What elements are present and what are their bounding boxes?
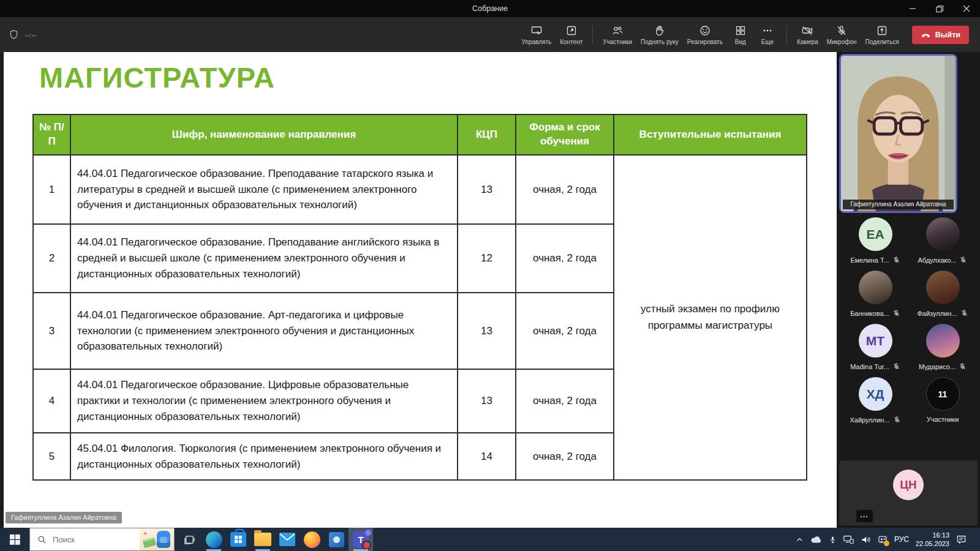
hangup-phone-icon (921, 29, 931, 40)
participant-name: Файзуллин... (917, 310, 957, 317)
taskbar-app-mail[interactable] (275, 528, 300, 551)
windows-taskbar: ✦ T РУС 16 (0, 528, 980, 551)
search-icon (37, 535, 47, 544)
input-indicator-icon[interactable] (878, 535, 888, 544)
restore-button[interactable] (926, 0, 953, 17)
backpack-icon (157, 531, 170, 548)
col-header-kcp: КЦП (458, 114, 516, 155)
tray-time: 16:13 (916, 531, 949, 539)
tray-mic-icon[interactable] (829, 535, 837, 544)
minimize-button[interactable] (899, 0, 926, 17)
taskbar-search[interactable]: ✦ (29, 528, 175, 551)
mic-muted-icon (892, 362, 900, 370)
search-doodle-illustration: ✦ (140, 528, 174, 550)
taskbar-app-explorer[interactable] (251, 528, 275, 551)
shield-icon (9, 29, 19, 40)
taskbar-app-store[interactable] (226, 528, 251, 551)
taskbar-app-firefox[interactable] (300, 528, 324, 551)
more-dots-icon (761, 24, 774, 37)
mic-off-icon (835, 24, 848, 37)
speaker-video-tile[interactable]: Гафиятуллина Азалия Айратовна (839, 54, 957, 213)
table-header-row: № П/П Шифр, наименование направления КЦП… (33, 114, 807, 155)
task-view-button[interactable] (177, 528, 202, 551)
taskbar-app-teams[interactable]: T (349, 528, 373, 551)
participant-tile[interactable]: Банникова... (842, 271, 909, 317)
camera-button[interactable]: Камера (793, 22, 823, 48)
participant-tile[interactable]: Мударисо... (909, 324, 976, 370)
meeting-stage: МАГИСТРАТУРА № П/П Шифр, наименование на… (0, 52, 980, 528)
more-button[interactable]: Еще (754, 22, 781, 48)
participant-name: Madina Tur... (850, 363, 889, 370)
photos-icon (329, 532, 344, 547)
taskbar-app-photos[interactable] (324, 528, 349, 551)
participants-icon (611, 24, 624, 37)
manage-button[interactable]: Управлять (518, 22, 556, 48)
action-center-icon[interactable] (956, 534, 967, 544)
view-button[interactable]: Вид (727, 22, 754, 48)
participant-name: Банникова... (850, 310, 889, 317)
col-header-exam: Вступительные испытания (614, 114, 807, 155)
file-explorer-icon (254, 533, 271, 546)
slide-title: МАГИСТРАТУРА (39, 61, 275, 94)
participant-avatar: ЕА (859, 217, 892, 251)
raise-hand-button[interactable]: Поднять руку (636, 22, 683, 48)
language-indicator[interactable]: РУС (894, 535, 909, 544)
close-button[interactable] (953, 0, 980, 17)
volume-icon[interactable] (861, 535, 871, 544)
tray-clock[interactable]: 16:13 22.05.2023 (916, 531, 949, 549)
store-icon (230, 532, 246, 547)
teams-icon: T (353, 531, 369, 547)
col-header-form: Форма и срок обучения (516, 114, 614, 155)
participant-avatar: ХД (859, 377, 892, 411)
content-button[interactable]: Контент (556, 22, 587, 48)
view-grid-icon (734, 24, 747, 37)
participant-name: Мударисо... (919, 363, 956, 370)
participant-name: Емелина Т... (850, 257, 889, 264)
participant-tile[interactable]: Абдулхако... (909, 217, 976, 264)
taskbar-app-edge[interactable] (202, 528, 226, 551)
content-share-icon (565, 24, 578, 37)
toolbar-divider (786, 26, 787, 44)
toolbar-divider (592, 26, 593, 44)
participant-tile[interactable]: ЕА Емелина Т... (842, 217, 909, 264)
react-button[interactable]: Реагировать (683, 22, 727, 48)
participant-tile[interactable]: МТ Madina Tur... (842, 324, 909, 370)
participants-count-badge: 11 (926, 377, 960, 411)
leave-button[interactable]: Выйти (912, 26, 969, 44)
titlebar: Собрание (0, 0, 980, 17)
tile-more-button[interactable]: ••• (856, 510, 873, 522)
participant-avatar (926, 271, 960, 304)
search-input[interactable] (53, 535, 126, 544)
mic-muted-icon (960, 309, 968, 317)
participants-count-label: Участники (927, 416, 959, 423)
participants-button[interactable]: Участники (598, 22, 636, 48)
participant-tile[interactable]: Файзуллин... (909, 271, 976, 317)
share-button[interactable]: Поделиться (861, 22, 903, 48)
network-display-icon[interactable] (843, 535, 854, 544)
microphone-button[interactable]: Микрофон (823, 22, 861, 48)
react-smiley-icon (699, 24, 711, 37)
participant-avatar (926, 217, 960, 251)
mic-muted-icon (959, 256, 967, 264)
firefox-icon (304, 531, 320, 548)
system-tray: РУС 16:13 22.05.2023 (796, 528, 980, 551)
programs-table: № П/П Шифр, наименование направления КЦП… (32, 114, 807, 481)
participant-avatar (926, 324, 960, 358)
book-icon (143, 538, 157, 548)
col-header-program: Шифр, наименование направления (70, 114, 458, 155)
camera-off-icon (801, 24, 813, 37)
speaker-video (841, 56, 956, 211)
start-button[interactable] (0, 528, 29, 551)
participant-name: Хайруллин... (850, 416, 889, 424)
col-header-num: № П/П (33, 114, 70, 155)
participants-count-tile[interactable]: 11 Участники (909, 377, 976, 424)
meeting-timer: --:-- (25, 31, 36, 39)
participants-grid: ЕА Емелина Т... Абдулхако... (842, 217, 976, 424)
participant-tile[interactable]: ХД Хайруллин... (842, 377, 909, 424)
tray-expand-chevron-icon[interactable] (796, 536, 804, 544)
participant-avatar: МТ (859, 324, 892, 358)
task-view-icon (184, 534, 195, 545)
close-icon (963, 5, 970, 12)
screen-manage-icon (530, 24, 543, 37)
onedrive-cloud-icon[interactable] (810, 535, 822, 544)
